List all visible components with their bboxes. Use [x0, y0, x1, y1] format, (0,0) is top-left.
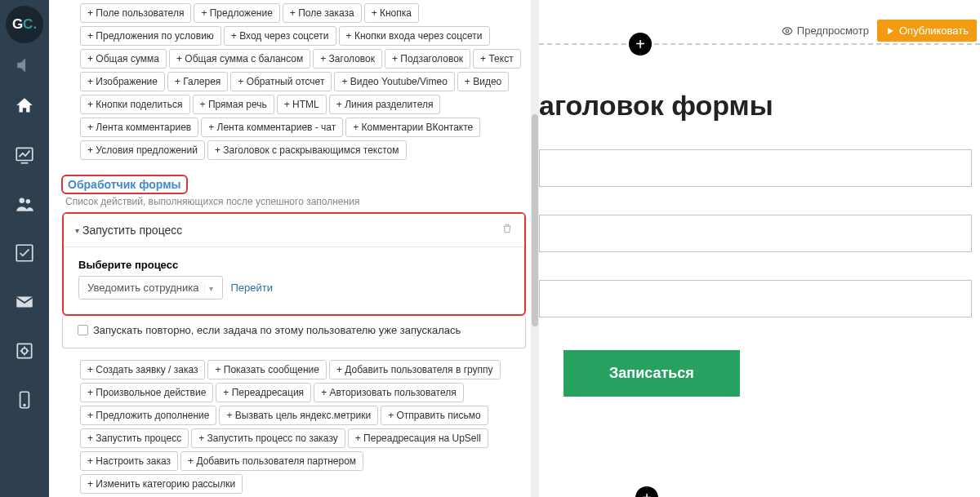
scrollbar[interactable]: [531, 0, 539, 497]
select-label: Выберите процесс: [78, 259, 510, 271]
tag[interactable]: + Заголовок: [313, 49, 382, 69]
tag[interactable]: + Произвольное действие: [80, 383, 213, 402]
publish-label: Опубликовать: [899, 24, 969, 37]
tag[interactable]: + Видео: [457, 72, 509, 91]
tag[interactable]: + Показать сообщение: [207, 360, 326, 379]
tag[interactable]: + Поле пользователя: [80, 3, 191, 23]
tag[interactable]: + Кнопка: [364, 3, 419, 23]
tag[interactable]: + Изображение: [80, 72, 165, 91]
tag[interactable]: + Предложить дополнение: [80, 406, 216, 425]
tag[interactable]: + Условия предложений: [80, 140, 205, 160]
logo-c: C: [23, 16, 33, 33]
tag[interactable]: + Добавить пользователя партнером: [180, 451, 363, 471]
select-value: Уведомить сотрудника: [87, 282, 199, 294]
tag[interactable]: + Вызвать цель яндекс.метрики: [219, 406, 378, 425]
safe-icon[interactable]: [0, 326, 49, 375]
preview-label: Предпросмотр: [797, 24, 869, 37]
users-icon[interactable]: [0, 180, 49, 229]
svg-point-1: [20, 197, 25, 203]
submit-button[interactable]: Записаться: [564, 350, 740, 397]
add-block-icon[interactable]: +: [629, 33, 652, 55]
form-preview: аголовок формы Записаться: [539, 90, 972, 397]
action-card-extra: Запускать повторно, если задача по этому…: [62, 316, 526, 348]
tag[interactable]: + Видео Youtube/Vimeo: [334, 72, 454, 91]
tag[interactable]: + Прямая речь: [193, 95, 274, 114]
handler-action-highlight: ▾ Запустить процесс Выберите процесс Уве…: [62, 212, 526, 316]
logo-dot: .: [33, 16, 37, 33]
add-block-icon[interactable]: +: [635, 486, 658, 497]
scroll-thumb[interactable]: [532, 114, 538, 326]
tag[interactable]: + Поле заказа: [283, 3, 362, 23]
svg-point-8: [24, 405, 25, 406]
logo-g: G: [12, 16, 23, 33]
tag[interactable]: + Текст: [473, 49, 521, 69]
checkbox-label: Запускать повторно, если задача по этому…: [93, 324, 461, 336]
publish-button[interactable]: Опубликовать: [877, 20, 977, 42]
tag[interactable]: + Создать заявку / заказ: [80, 360, 205, 379]
form-field-2[interactable]: [539, 215, 972, 252]
phone-icon[interactable]: [0, 375, 49, 424]
handler-title: Обработчик формы: [61, 175, 188, 194]
tag[interactable]: + Обратный отсчет: [230, 72, 332, 91]
tag[interactable]: + Переадресация: [216, 383, 311, 402]
home-icon[interactable]: [0, 82, 49, 131]
sound-icon[interactable]: [0, 49, 49, 82]
left-nav: GC.: [0, 0, 49, 497]
mail-icon[interactable]: [0, 277, 49, 326]
tag[interactable]: + Добавить пользователя в группу: [329, 360, 501, 379]
form-title: аголовок формы: [539, 90, 972, 122]
form-field-3[interactable]: [539, 280, 972, 317]
chart-icon[interactable]: [0, 131, 49, 180]
tag[interactable]: + Заголовок с раскрывающимся текстом: [207, 140, 407, 160]
form-field-1[interactable]: [539, 149, 972, 187]
tag[interactable]: + Авторизовать пользователя: [314, 383, 464, 402]
action-title: Запустить процесс: [82, 224, 182, 237]
tag[interactable]: + Настроить заказ: [80, 451, 178, 471]
tag[interactable]: + Комментарии ВКонтакте: [345, 118, 480, 137]
svg-point-6: [22, 348, 28, 354]
svg-rect-4: [16, 297, 33, 308]
tag[interactable]: + Общая сумма: [80, 49, 167, 69]
tag[interactable]: + Отправить письмо: [381, 406, 488, 425]
svg-point-9: [786, 29, 789, 33]
svg-point-2: [26, 199, 30, 203]
tag[interactable]: + HTML: [277, 95, 327, 114]
editor-panel: + Поле пользователя+ Предложение+ Поле з…: [49, 0, 539, 497]
tag[interactable]: + Запустить процесс: [80, 428, 189, 448]
tag[interactable]: + Лента комментариев: [80, 118, 198, 137]
preview-button[interactable]: Предпросмотр: [782, 24, 869, 37]
caret-down-icon: ▾: [204, 283, 217, 292]
svg-rect-5: [17, 344, 31, 357]
tag[interactable]: + Подзаголовок: [385, 49, 470, 69]
section-divider: [539, 43, 980, 45]
trash-icon[interactable]: [501, 222, 513, 238]
tag[interactable]: + Лента комментариев - чат: [201, 118, 343, 137]
action-card: ▾ Запустить процесс Выберите процесс Уве…: [64, 214, 524, 311]
tag[interactable]: + Общая сумма с балансом: [169, 49, 310, 69]
go-link[interactable]: Перейти: [231, 282, 274, 294]
tag[interactable]: + Запустить процесс по заказу: [191, 428, 345, 448]
tag[interactable]: + Линия разделителя: [329, 95, 441, 114]
tag[interactable]: + Предложение: [194, 3, 279, 23]
tag[interactable]: + Кнопки поделиться: [80, 95, 190, 114]
tag[interactable]: + Изменить категорию рассылки: [80, 474, 243, 494]
check-icon[interactable]: [0, 229, 49, 277]
preview-pane: Предпросмотр Опубликовать + аголовок фор…: [539, 0, 980, 497]
tag[interactable]: + Предложения по условию: [80, 26, 221, 46]
chevron-down-icon: ▾: [75, 226, 79, 235]
tag[interactable]: + Галерея: [167, 72, 228, 91]
tag[interactable]: + Вход через соцсети: [224, 26, 336, 46]
action-head[interactable]: ▾ Запустить процесс: [64, 214, 524, 247]
logo[interactable]: GC.: [0, 0, 49, 49]
tag[interactable]: + Кнопки входа через соцсети: [339, 26, 490, 46]
process-select[interactable]: Уведомить сотрудника ▾: [78, 276, 223, 300]
repeat-checkbox[interactable]: [78, 325, 88, 335]
tag[interactable]: + Переадресация на UpSell: [348, 428, 488, 448]
handler-subtitle: Список действий, выполняющихся после усп…: [65, 196, 531, 207]
